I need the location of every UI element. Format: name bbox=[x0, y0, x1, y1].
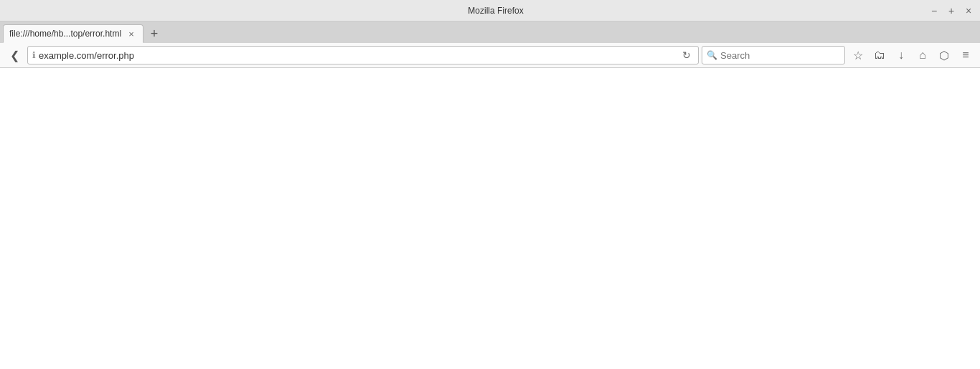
window-title: Mozilla Firefox bbox=[63, 6, 928, 16]
bookmark-button[interactable]: ☆ bbox=[848, 45, 868, 65]
minimize-button[interactable]: − bbox=[928, 5, 940, 16]
close-button[interactable]: × bbox=[963, 5, 974, 16]
search-icon: 🔍 bbox=[707, 50, 717, 60]
info-icon: ℹ bbox=[32, 50, 36, 60]
reload-button[interactable]: ↻ bbox=[679, 48, 694, 62]
active-tab[interactable]: file:///home/hb...top/error.html × bbox=[3, 24, 143, 43]
download-button[interactable]: ↓ bbox=[891, 45, 911, 65]
home-button[interactable]: ⌂ bbox=[913, 45, 933, 65]
toolbar-icons: ☆ 🗂 ↓ ⌂ ⬡ ≡ bbox=[848, 45, 976, 65]
window-controls: − + × bbox=[928, 5, 974, 16]
nav-bar: ❮ ℹ ↻ 🔍 ☆ 🗂 ↓ ⌂ ⬡ ≡ bbox=[0, 43, 980, 68]
search-input[interactable] bbox=[720, 50, 840, 61]
menu-button[interactable]: ≡ bbox=[956, 45, 976, 65]
address-bar[interactable]: ℹ ↻ bbox=[27, 46, 699, 64]
tab-title: file:///home/hb...top/error.html bbox=[9, 29, 121, 39]
tab-bar: file:///home/hb...top/error.html × + bbox=[0, 21, 980, 43]
maximize-button[interactable]: + bbox=[946, 5, 957, 16]
title-bar: Mozilla Firefox − + × bbox=[0, 0, 980, 21]
new-tab-button[interactable]: + bbox=[145, 24, 164, 43]
history-button[interactable]: 🗂 bbox=[870, 45, 890, 65]
page-content bbox=[0, 68, 980, 369]
pocket-button[interactable]: ⬡ bbox=[934, 45, 954, 65]
back-button[interactable]: ❮ bbox=[4, 45, 24, 65]
search-bar[interactable]: 🔍 bbox=[702, 46, 845, 64]
address-input[interactable] bbox=[39, 50, 677, 61]
tab-close-button[interactable]: × bbox=[126, 28, 137, 39]
